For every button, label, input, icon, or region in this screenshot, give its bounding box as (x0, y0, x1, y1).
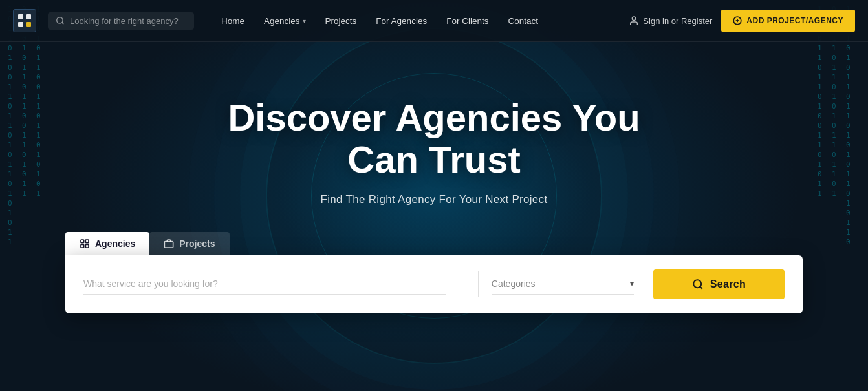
hero-content: Discover Agencies You Can Trust Find The… (0, 0, 868, 391)
svg-rect-2 (18, 22, 23, 27)
nav-for-clients[interactable]: For Clients (439, 12, 496, 30)
add-icon (733, 16, 742, 25)
add-project-button[interactable]: ADD PROJECT/AGENCY (721, 10, 855, 32)
hero-title: Discover Agencies You Can Trust (191, 97, 677, 181)
search-box: Categories ▾ Search (65, 255, 803, 313)
search-tabs: Agencies Projects (65, 232, 230, 255)
nav-links: Home Agencies ▾ Projects For Agencies Fo… (213, 12, 629, 30)
logo[interactable] (13, 9, 36, 32)
tab-agencies[interactable]: Agencies (65, 232, 149, 255)
svg-line-5 (62, 23, 64, 25)
user-icon (629, 16, 639, 26)
svg-point-15 (693, 280, 701, 288)
categories-dropdown[interactable]: Categories ▾ (492, 273, 634, 295)
nav-home[interactable]: Home (213, 12, 252, 30)
agencies-tab-icon (80, 238, 90, 249)
svg-rect-14 (165, 242, 173, 248)
navbar: Home Agencies ▾ Projects For Agencies Fo… (0, 0, 868, 42)
search-divider (478, 271, 479, 297)
navbar-search-bar[interactable] (48, 12, 194, 30)
nav-projects[interactable]: Projects (318, 12, 365, 30)
hero-subtitle: Find The Right Agency For Your Next Proj… (321, 193, 548, 206)
svg-rect-13 (85, 245, 89, 248)
categories-label: Categories (492, 279, 625, 289)
categories-chevron-icon: ▾ (630, 279, 634, 288)
nav-contact[interactable]: Contact (500, 12, 546, 30)
search-icon (692, 279, 704, 290)
nav-for-agencies[interactable]: For Agencies (368, 12, 435, 30)
search-button[interactable]: Search (653, 269, 785, 299)
svg-rect-3 (26, 22, 31, 27)
svg-point-4 (57, 17, 63, 23)
tab-projects[interactable]: Projects (149, 232, 229, 255)
svg-rect-12 (81, 245, 84, 248)
svg-rect-10 (81, 240, 84, 243)
nav-agencies[interactable]: Agencies ▾ (256, 12, 314, 30)
logo-icon (13, 9, 36, 32)
svg-rect-1 (26, 14, 31, 19)
svg-rect-0 (18, 14, 23, 19)
projects-tab-icon (164, 238, 174, 249)
agencies-chevron-icon: ▾ (303, 17, 306, 25)
sign-in-link[interactable]: Sign in or Register (629, 16, 712, 26)
service-search-input[interactable] (83, 273, 446, 295)
navbar-actions: Sign in or Register ADD PROJECT/AGENCY (629, 10, 855, 32)
navbar-search-icon (56, 16, 65, 25)
svg-point-6 (633, 17, 636, 20)
navbar-search-input[interactable] (70, 16, 186, 26)
svg-rect-11 (85, 240, 89, 243)
svg-line-16 (700, 287, 702, 289)
